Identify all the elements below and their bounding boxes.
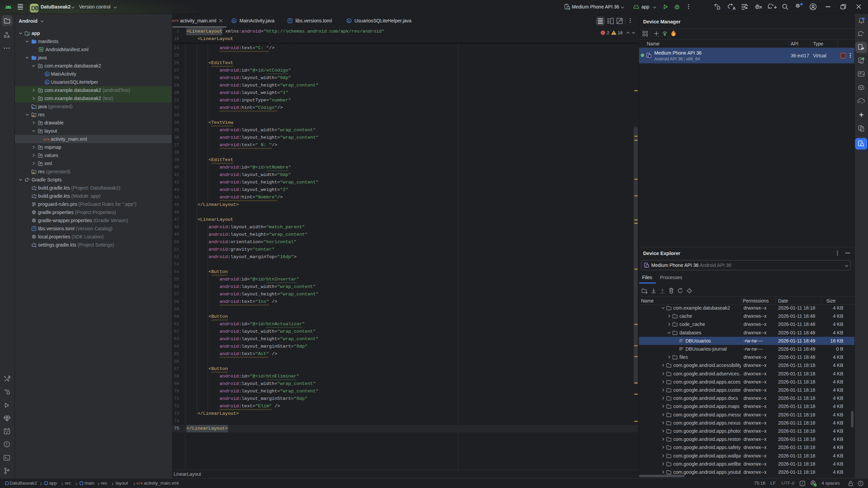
svg-text:C: C <box>46 80 49 84</box>
svg-text:C: C <box>348 19 350 23</box>
svg-text:C: C <box>46 72 49 76</box>
svg-text:C: C <box>233 19 235 23</box>
svg-text:A: A <box>733 6 735 11</box>
svg-text:T: T <box>33 227 35 230</box>
svg-text:M: M <box>40 48 42 51</box>
svg-text:T: T <box>289 19 291 22</box>
svg-text:</>: </> <box>136 482 143 486</box>
svg-text:</>: </> <box>43 138 50 142</box>
svg-text:</>: </> <box>172 19 179 23</box>
